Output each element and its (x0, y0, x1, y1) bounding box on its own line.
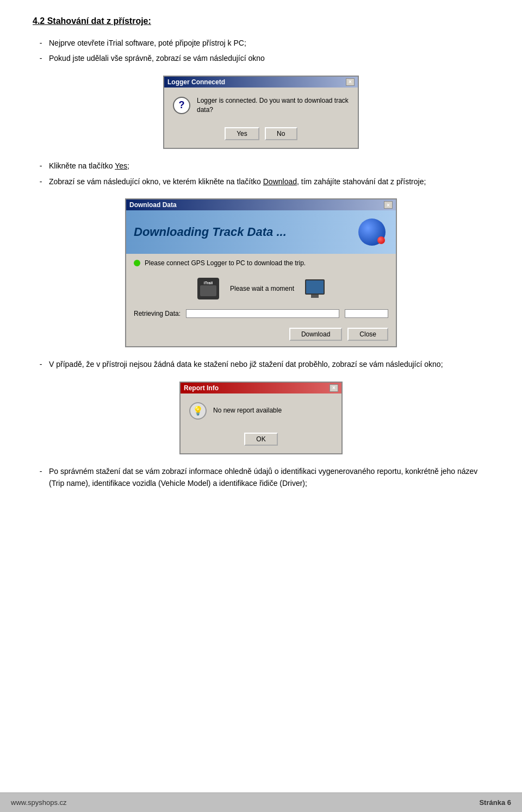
monitor-stand (311, 295, 319, 298)
report-info-dialog-container: Report Info × 💡 No new report available … (33, 382, 489, 454)
report-dialog-buttons: OK (181, 428, 341, 453)
download-dialog-close-button[interactable]: × (384, 201, 393, 209)
report-dialog-close-button[interactable]: × (330, 384, 338, 392)
bullet-p4-1: - Po správném stažení dat se vám zobrazí… (33, 465, 489, 490)
report-dialog-body: 💡 No new report available (181, 393, 341, 428)
logger-connected-dialog-container: Logger Connecetd × ? Logger is connected… (33, 76, 489, 149)
download-status-text: Please connect GPS Logger to PC to downl… (145, 259, 306, 267)
retrieving-row: Retrieving Data: (126, 305, 396, 322)
footer-page-label: Stránka 6 (479, 798, 511, 807)
retrieving-label: Retrieving Data: (134, 310, 181, 317)
wait-text: Please wait a moment (230, 285, 294, 292)
report-info-dialog: Report Info × 💡 No new report available … (179, 382, 343, 454)
logger-dialog-body: ? Logger is connected. Do you want to do… (164, 88, 358, 123)
green-status-dot (134, 260, 140, 266)
info-icon: 💡 (189, 402, 207, 420)
report-dialog-title: Report Info (184, 384, 219, 392)
download-header: Downloading Track Data ... (126, 210, 396, 254)
yes-button[interactable]: Yes (225, 127, 259, 140)
ok-button[interactable]: OK (244, 433, 277, 446)
monitor-icon-container (305, 279, 325, 298)
download-dialog-title: Download Data (129, 201, 177, 209)
download-dialog-titlebar: Download Data × (126, 199, 396, 210)
logger-dialog-title: Logger Connecetd (167, 78, 225, 86)
bullet-p2-1: - Klikněte na tlačítko Yes; (33, 160, 489, 172)
globe-red-dot (377, 236, 385, 244)
download-middle-section: iTrail Please wait a moment (126, 272, 396, 305)
report-dialog-message: No new report available (213, 406, 282, 415)
report-dialog-titlebar: Report Info × (181, 383, 341, 393)
footer-website: www.spyshops.cz (11, 798, 67, 807)
section-heading: 4.2 Stahování dat z přístroje: (33, 16, 489, 26)
logger-dialog-titlebar: Logger Connecetd × (164, 77, 358, 88)
logger-dialog-close-button[interactable]: × (346, 78, 355, 86)
logger-dialog-message: Logger is connected. Do you want to down… (197, 96, 349, 115)
download-status-row: Please connect GPS Logger to PC to downl… (126, 254, 396, 272)
close-button[interactable]: Close (347, 328, 388, 341)
no-button[interactable]: No (265, 127, 297, 140)
logger-dialog-buttons: Yes No (164, 123, 358, 148)
progress-bar-secondary (345, 309, 388, 318)
download-footer-buttons: Download Close (126, 322, 396, 346)
bullet-p3-1: - V případě, že v přístroji nejsou žádná… (33, 358, 489, 370)
bullet-p2-2: - Zobrazí se vám následující okno, ve kt… (33, 176, 489, 188)
download-button[interactable]: Download (289, 328, 342, 341)
bullet-p1-2: - Pokud jste udělali vše správně, zobraz… (33, 52, 489, 64)
page-footer: www.spyshops.cz Stránka 6 (0, 792, 522, 812)
download-data-dialog-container: Download Data × Downloading Track Data .… (33, 198, 489, 347)
download-data-dialog: Download Data × Downloading Track Data .… (125, 198, 397, 347)
bullet-p1-1: - Nejprve otevřete iTrial software, poté… (33, 37, 489, 49)
device-icon: iTrail (197, 278, 219, 299)
logger-connected-dialog: Logger Connecetd × ? Logger is connected… (163, 76, 359, 149)
progress-bar (186, 309, 339, 318)
globe-icon (356, 216, 388, 248)
question-icon: ? (173, 97, 190, 114)
download-header-text: Downloading Track Data ... (134, 225, 287, 239)
monitor-icon (305, 279, 325, 295)
